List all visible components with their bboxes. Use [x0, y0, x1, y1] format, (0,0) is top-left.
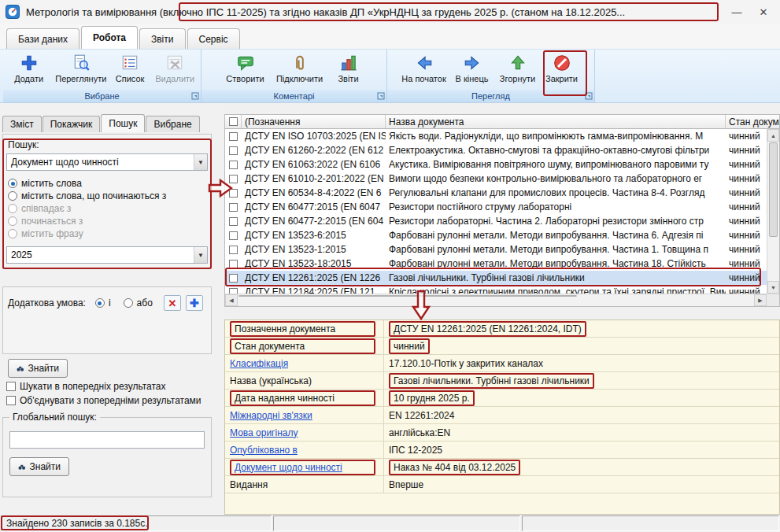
checkbox-merge-previous[interactable]: Об'єднувати з попередніми результатами	[6, 395, 201, 406]
table-row[interactable]: ДСТУ EN 61063:2022 (EN 6106Акустика. Вим…	[225, 157, 767, 172]
chevron-down-icon[interactable]: ▼	[194, 247, 207, 263]
column-header-code[interactable]: (Позначення	[242, 115, 386, 128]
radio-contains-phrase[interactable]: містить фразу	[8, 227, 208, 240]
window-title: Метрологія та вимірювання (включно ІПС 1…	[26, 6, 625, 18]
close-db-button[interactable]: Закрити	[541, 52, 583, 90]
group-dialog-launcher-icon[interactable]	[585, 92, 593, 100]
radio-icon	[8, 229, 17, 238]
reports-icon	[339, 54, 358, 72]
horizontal-scrollbar[interactable]: ◀ ▶	[225, 294, 767, 306]
detail-link-language[interactable]: Мова оригіналу	[230, 427, 298, 438]
group-caption-favorites: Вибране	[3, 90, 201, 102]
menu-tabbar: Бази даних Робота Звіти Сервіс	[0, 24, 780, 49]
search-field-dropdown[interactable]: Документ щодо чинності ▼	[6, 153, 208, 171]
detail-value: ДСТУ EN 12261:2025 (EN 12261:2024, IDT)	[389, 321, 586, 337]
detail-link-validity-document[interactable]: Документ щодо чинності	[230, 460, 375, 475]
row-checkbox[interactable]	[229, 132, 238, 141]
comment-attach-button[interactable]: Підключити	[272, 52, 328, 90]
row-checkbox[interactable]	[229, 231, 238, 240]
tab-search[interactable]: Пошук	[101, 114, 145, 132]
detail-row: Класифікація 17.120.10-Потік у закритих …	[225, 355, 779, 372]
add-condition-button[interactable]: ✚	[186, 295, 203, 311]
go-end-button[interactable]: В кінець	[449, 52, 495, 90]
row-checkbox[interactable]	[229, 146, 238, 155]
table-row[interactable]: ДСТУ EN 13523-6:2015Фарбовані рулонні ме…	[225, 228, 767, 242]
delete-button[interactable]: Видалити	[151, 52, 199, 90]
column-header-name[interactable]: Назва документа	[386, 115, 726, 128]
scrollbar-thumb[interactable]	[238, 295, 577, 297]
global-search-input[interactable]	[9, 431, 205, 449]
tab-index[interactable]: Покажчик	[43, 116, 101, 132]
table-row[interactable]: ДСТУ EN 61260-2:2022 (EN 612Електроакуст…	[225, 143, 767, 157]
global-find-button[interactable]: Знайти	[9, 457, 69, 476]
document-details: Позначення документа ДСТУ EN 12261:2025 …	[224, 320, 780, 515]
row-checkbox[interactable]	[229, 274, 238, 283]
remove-condition-button[interactable]: ✕	[164, 295, 181, 311]
left-panel-tabs: Зміст Покажчик Пошук Вибране	[0, 103, 224, 132]
radio-contains-words[interactable]: містить слова	[8, 177, 208, 190]
detail-value: Газові лічильники. Турбінні газові лічил…	[389, 373, 594, 389]
table-row[interactable]: ДСТУ EN ISO 10703:2025 (EN ISЯкість води…	[225, 129, 767, 143]
row-checkbox[interactable]	[229, 217, 238, 226]
radio-starts-with-words[interactable]: містить слова, що починаються з	[8, 190, 208, 202]
checkbox-search-previous[interactable]: Шукати в попередніх результатах	[6, 381, 166, 392]
table-row[interactable]: ДСТУ EN 61010-2-201:2022 (ENВимоги щодо …	[225, 172, 767, 186]
status-found-text: Знайдено 230 записів за 0.185с.	[6, 518, 148, 529]
search-query-input[interactable]	[7, 249, 194, 260]
column-header-status[interactable]: Стан докуме	[726, 115, 779, 128]
detail-link-international[interactable]: Міжнародні зв'язки	[230, 410, 312, 421]
row-checkbox[interactable]	[229, 175, 238, 183]
collapse-button[interactable]: Згорнути	[495, 52, 541, 90]
row-checkbox[interactable]	[229, 161, 238, 169]
row-checkbox[interactable]	[229, 189, 238, 198]
scroll-right-icon[interactable]: ▶	[754, 294, 767, 306]
radio-and[interactable]	[95, 298, 105, 308]
table-row[interactable]: ДСТУ EN 60477:2015 (EN 6047Резистори пос…	[225, 200, 767, 214]
add-button[interactable]: Додати	[5, 52, 53, 90]
scroll-down-icon[interactable]: ▼	[767, 281, 779, 294]
group-dialog-launcher-icon[interactable]	[377, 92, 385, 100]
close-window-button[interactable]: ✕	[750, 0, 777, 24]
radio-matches[interactable]: співпадає з	[8, 202, 208, 215]
detail-link-classification[interactable]: Класифікація	[230, 358, 288, 369]
table-row[interactable]: ДСТУ EN 13523-1:2015Фарбовані рулонні ме…	[225, 242, 767, 257]
table-row[interactable]: ДСТУ EN 12184:2025 (EN 121Крісла колісні…	[225, 285, 767, 294]
menu-tab-reports[interactable]: Звіти	[139, 28, 186, 49]
row-checkbox[interactable]	[229, 288, 238, 294]
tab-favorites[interactable]: Вибране	[146, 116, 199, 132]
comment-create-button[interactable]: Створити	[220, 52, 272, 90]
chevron-down-icon[interactable]: ▼	[194, 154, 207, 170]
minimize-button[interactable]: —	[723, 0, 750, 24]
add-icon	[20, 54, 39, 72]
group-dialog-launcher-icon[interactable]	[191, 92, 199, 100]
table-row[interactable]: ДСТУ EN 13523-18:2015Фарбовані рулонні м…	[225, 257, 767, 271]
radio-or[interactable]	[124, 298, 133, 308]
table-row[interactable]: ДСТУ EN 60477-2:2015 (EN 604Резистори ла…	[225, 214, 767, 228]
search-query-combo[interactable]: ▼	[6, 246, 208, 264]
detail-label: Видання	[230, 479, 268, 490]
select-all-checkbox[interactable]	[229, 117, 238, 126]
detail-link-published-in[interactable]: Опубліковано в	[230, 445, 298, 456]
detail-value: 17.120.10-Потік у закритих каналах	[389, 358, 543, 369]
row-checkbox[interactable]	[229, 203, 238, 212]
go-start-button[interactable]: На початок	[399, 52, 449, 90]
row-checkbox[interactable]	[229, 260, 238, 268]
scroll-up-icon[interactable]: ▲	[767, 129, 779, 142]
scroll-left-icon[interactable]: ◀	[225, 294, 238, 306]
preview-button[interactable]: Переглянути	[53, 52, 109, 90]
detail-row: Міжнародні зв'язки EN 12261:2024	[225, 407, 779, 424]
radio-begins-with[interactable]: починається з	[8, 215, 208, 227]
row-checkbox[interactable]	[229, 246, 238, 254]
scrollbar-thumb[interactable]	[769, 142, 778, 237]
detail-value: Вперше	[389, 479, 423, 490]
vertical-scrollbar[interactable]: ▲ ▼	[767, 129, 779, 294]
find-button[interactable]: Знайти	[8, 359, 68, 378]
list-button[interactable]: Список	[109, 52, 150, 90]
table-row[interactable]: ДСТУ EN 60534-8-4:2022 (EN 6Регулювальні…	[225, 186, 767, 200]
comment-reports-button[interactable]: Звіти	[328, 52, 369, 90]
table-row-selected[interactable]: ДСТУ EN 12261:2025 (EN 1226Газові лічиль…	[225, 271, 767, 285]
tab-contents[interactable]: Зміст	[2, 116, 42, 132]
menu-tab-databases[interactable]: Бази даних	[6, 28, 79, 49]
menu-tab-work[interactable]: Робота	[81, 26, 138, 49]
menu-tab-service[interactable]: Сервіс	[187, 28, 240, 49]
